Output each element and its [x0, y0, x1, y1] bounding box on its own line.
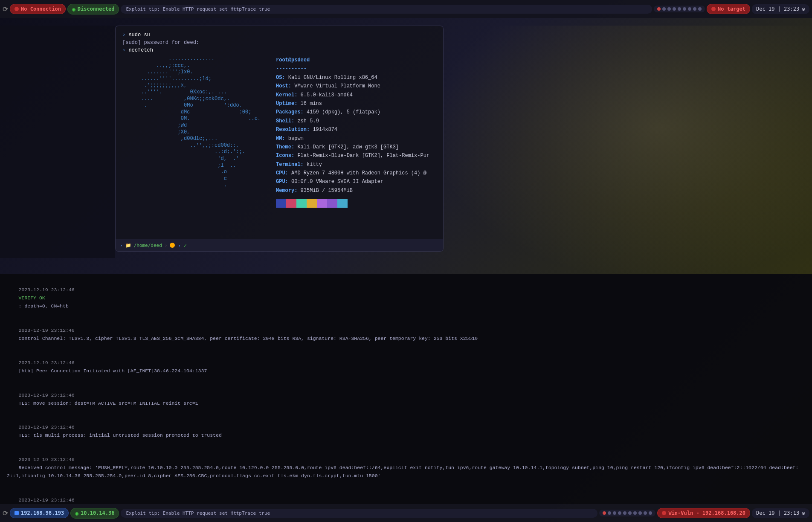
- nf-hostname: root@psdeed: [276, 56, 429, 64]
- log-line-5: 2023-12-19 23:12:46 TLS: tls_multi_proce…: [7, 415, 805, 448]
- tab-dot-b8[interactable]: [644, 511, 647, 515]
- win-vuln-button[interactable]: Win-Vuln - 192.168.168.20: [657, 508, 750, 518]
- nf-shell: Shell: zsh 5.9: [276, 117, 429, 125]
- tab-dot-b5[interactable]: [628, 511, 632, 515]
- terminal-line-3: › neofetch: [122, 46, 436, 54]
- neofetch-container: ............... ..,,;:ccc,. .......''';l…: [122, 56, 436, 208]
- ip-button[interactable]: 192.168.98.193: [10, 508, 69, 518]
- prompt-1: ›: [122, 32, 125, 38]
- datetime-bottom: Dec 19 | 23:13 ⊙: [752, 508, 809, 518]
- nf-packages: Packages: 4159 (dpkg), 5 (flatpak): [276, 108, 429, 116]
- tab-dot-4[interactable]: [678, 7, 681, 11]
- vpn-icon: ◉: [75, 510, 78, 516]
- cmd-neofetch: neofetch: [128, 47, 153, 53]
- nf-kernel: Kernel: 6.5.0-kali3-amd64: [276, 91, 429, 99]
- tab-dot-b7[interactable]: [638, 511, 642, 515]
- color-block-3: [307, 199, 317, 208]
- terminal-content: › sudo su [sudo] password for deed: › ne…: [116, 26, 443, 213]
- datetime-top: Dec 19 | 23:23 ⊙: [752, 4, 809, 14]
- nf-icons: Icons: Flat-Remix-Blue-Dark [GTK2], Flat…: [276, 151, 429, 160]
- color-block-6: [337, 199, 348, 208]
- neofetch-color-blocks: [276, 199, 429, 208]
- disconnected-button[interactable]: ◉ Disconnected: [67, 4, 119, 14]
- tab-dot-2[interactable]: [667, 7, 671, 11]
- green-circle-icon-top: ◉: [72, 6, 75, 12]
- tab-bar-top[interactable]: [654, 6, 705, 12]
- log-line-4: 2023-12-19 23:12:46 TLS: move_session: d…: [7, 383, 805, 416]
- nf-uptime: Uptime: 16 mins: [276, 99, 429, 108]
- statusbar-path: /home/deed: [134, 243, 162, 248]
- spinner-icon-top: ⟳: [3, 5, 8, 13]
- tab-dot-3[interactable]: [673, 7, 676, 11]
- statusbar-indicator-1: [170, 243, 175, 248]
- tab-dot-b9[interactable]: [649, 511, 652, 515]
- background-mask-effect: [428, 26, 812, 281]
- terminal-line-1: › sudo su: [122, 31, 436, 39]
- log-terminal[interactable]: 2023-12-19 23:12:46 VERIFY OK : depth=0,…: [0, 274, 812, 504]
- statusbar-indicator-3: ✓: [183, 242, 187, 249]
- terminal-line-2: [sudo] password for deed:: [122, 39, 436, 46]
- statusbar-indicator-2: ›: [177, 242, 181, 249]
- no-target-button[interactable]: No target: [707, 4, 750, 14]
- red-dot-icon-top: [14, 7, 19, 11]
- ip-network-icon: [14, 511, 19, 515]
- tab-close-top[interactable]: [657, 7, 661, 11]
- tab-close-bottom[interactable]: [603, 511, 606, 515]
- exploit-tip-bottom: Exploit tip: Enable HTTP request set Htt…: [121, 509, 597, 518]
- tab-dot-8[interactable]: [698, 7, 702, 11]
- tab-dot-1[interactable]: [662, 7, 666, 11]
- nf-gpu: GPU: 00:0f.0 VMware SVGA II Adapter: [276, 177, 429, 186]
- statusbar-dir-icon: 📁: [125, 243, 131, 248]
- neofetch-ascii-art: ............... ..,,;:ccc,. .......''';l…: [122, 56, 267, 208]
- tab-dot-b2[interactable]: [613, 511, 616, 515]
- tab-dot-6[interactable]: [688, 7, 691, 11]
- tab-dot-b4[interactable]: [623, 511, 626, 515]
- tab-dot-7[interactable]: [693, 7, 696, 11]
- log-line-7: 2023-12-19 23:12:46 OPTIONS IMPORT: --if…: [7, 488, 805, 504]
- nf-memory: Memory: 935MiB / 15954MiB: [276, 186, 429, 195]
- tab-dot-b3[interactable]: [618, 511, 621, 515]
- no-connection-label: No Connection: [21, 6, 61, 12]
- ip-label: 192.168.98.193: [21, 510, 64, 516]
- red-dot-icon-target: [711, 7, 716, 11]
- nf-os: OS: Kali GNU/Linux Rolling x86_64: [276, 73, 429, 82]
- disconnected-label: Disconnected: [78, 6, 115, 12]
- log-line-2: 2023-12-19 23:12:46 Control Channel: TLS…: [7, 319, 805, 351]
- datetime-label-top: Dec 19 | 23:23: [756, 6, 799, 12]
- win-vuln-dot: [662, 511, 666, 515]
- exploit-tip-top: Exploit tip: Enable HTTP request set Htt…: [121, 5, 652, 14]
- no-target-label: No target: [718, 6, 745, 12]
- clock-icon-top: ⊙: [802, 6, 805, 12]
- sudo-password-prompt: [sudo] password for deed:: [122, 40, 199, 46]
- clock-icon-bottom: ⊙: [802, 510, 805, 516]
- color-block-0: [276, 199, 286, 208]
- neofetch-system-info: root@psdeed ---------- OS: Kali GNU/Linu…: [276, 56, 429, 208]
- log-line-6: 2023-12-19 23:12:46 Received control mes…: [7, 448, 805, 488]
- nf-separator: ----------: [276, 64, 429, 73]
- color-block-1: [286, 199, 296, 208]
- statusbar-prompt-icon: ›: [120, 243, 123, 248]
- tab-bar-bottom[interactable]: [599, 510, 655, 516]
- vpn-button[interactable]: ◉ 10.10.14.36: [70, 508, 119, 519]
- ascii-art-block: ............... ..,,;:ccc,. .......''';l…: [122, 56, 267, 189]
- win-vuln-label: Win-Vuln - 192.168.168.20: [668, 510, 745, 516]
- datetime-label-bottom: Dec 19 | 23:13: [756, 510, 799, 516]
- tab-dot-b1[interactable]: [608, 511, 611, 515]
- statusbar-sep: ›: [165, 243, 168, 248]
- nf-theme: Theme: Kali-Dark [GTK2], adw-gtk3 [GTK3]: [276, 143, 429, 151]
- nf-cpu: CPU: AMD Ryzen 7 4800H with Radeon Graph…: [276, 169, 429, 177]
- prompt-2: ›: [122, 47, 125, 53]
- tab-dot-5[interactable]: [683, 7, 686, 11]
- taskbar-bottom: ⟳ 192.168.98.193 ◉ 10.10.14.36 Exploit t…: [0, 504, 812, 522]
- no-connection-button[interactable]: No Connection: [10, 4, 66, 14]
- log-line-1: 2023-12-19 23:12:46 VERIFY OK : depth=0,…: [7, 278, 805, 319]
- cmd-sudo: sudo su: [128, 32, 150, 38]
- nf-terminal: Terminal: kitty: [276, 160, 429, 169]
- color-block-4: [317, 199, 327, 208]
- terminal-statusbar: › 📁 /home/deed › › ✓: [116, 239, 443, 251]
- nf-wm: WM: bspwm: [276, 134, 429, 143]
- terminal-window[interactable]: › sudo su [sudo] password for deed: › ne…: [115, 26, 444, 252]
- tab-dot-b6[interactable]: [633, 511, 637, 515]
- nf-resolution: Resolution: 1914x874: [276, 125, 429, 134]
- left-panel-bg: [0, 26, 115, 258]
